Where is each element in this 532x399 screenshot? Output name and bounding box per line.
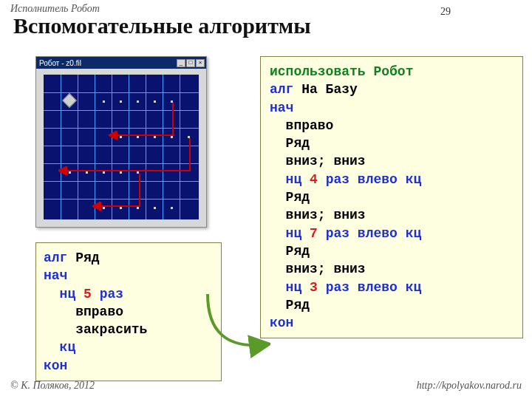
- cmd: вправо: [44, 304, 123, 319]
- cmd: вниз; вниз: [270, 262, 366, 276]
- cmd: Ряд: [270, 298, 310, 313]
- maximize-button[interactable]: □: [186, 59, 195, 67]
- kw: нц: [270, 280, 301, 295]
- robot-titlebar: Робот - z0.fil _ □ ×: [36, 57, 206, 69]
- kw: раз: [92, 287, 123, 301]
- close-button[interactable]: ×: [196, 59, 205, 67]
- kw: кон: [44, 358, 67, 373]
- cmd: вниз; вниз: [270, 208, 366, 222]
- code-main: использовать Робот алг На Базу нач вправ…: [260, 56, 523, 338]
- cmd: Ряд: [270, 244, 310, 259]
- kw: Робот: [366, 64, 414, 79]
- kw: кц: [398, 172, 421, 187]
- cmd: закрасить: [44, 322, 147, 337]
- robot-window-title: Робот - z0.fil: [39, 59, 81, 67]
- num: 5: [75, 287, 92, 301]
- cmd: вниз; вниз: [270, 154, 366, 168]
- window-buttons: _ □ ×: [177, 59, 205, 67]
- robot-grid-field: [44, 75, 199, 219]
- connector-arrow-icon: [197, 287, 270, 361]
- path-arrows-icon: [44, 75, 199, 219]
- footer-url: http://kpolyakov.narod.ru: [417, 380, 522, 392]
- kw: нц: [270, 226, 301, 241]
- robot-window: Робот - z0.fil _ □ ×: [35, 56, 207, 228]
- num: 7: [301, 226, 318, 241]
- kw: использовать: [270, 64, 366, 79]
- kw: нц: [270, 172, 301, 187]
- footer-copyright: © К. Поляков, 2012: [10, 380, 95, 392]
- kw: раз влево: [318, 172, 398, 187]
- minimize-button[interactable]: _: [177, 59, 185, 67]
- kw: раз влево: [318, 226, 398, 241]
- kw: нач: [44, 268, 67, 283]
- kw: раз влево: [318, 280, 398, 295]
- algo-name: Ряд: [67, 250, 99, 265]
- kw: алг: [270, 82, 293, 97]
- kw: нач: [270, 100, 293, 115]
- kw: кон: [270, 316, 293, 330]
- kw: алг: [44, 250, 67, 265]
- page-title: Вспомогательные алгоритмы: [13, 13, 311, 38]
- cmd: Ряд: [270, 190, 310, 205]
- kw: кц: [44, 340, 75, 355]
- algo-name: На Базу: [293, 82, 357, 97]
- num: 3: [301, 280, 318, 295]
- cmd: Ряд: [270, 136, 310, 151]
- code-subroutine: алг Ряд нач нц 5 раз вправо закрасить кц…: [35, 242, 222, 381]
- cmd: вправо: [270, 118, 333, 133]
- kw: кц: [398, 280, 421, 295]
- page-number: 29: [440, 6, 451, 18]
- kw: нц: [44, 287, 75, 301]
- num: 4: [301, 172, 318, 187]
- kw: кц: [398, 226, 421, 241]
